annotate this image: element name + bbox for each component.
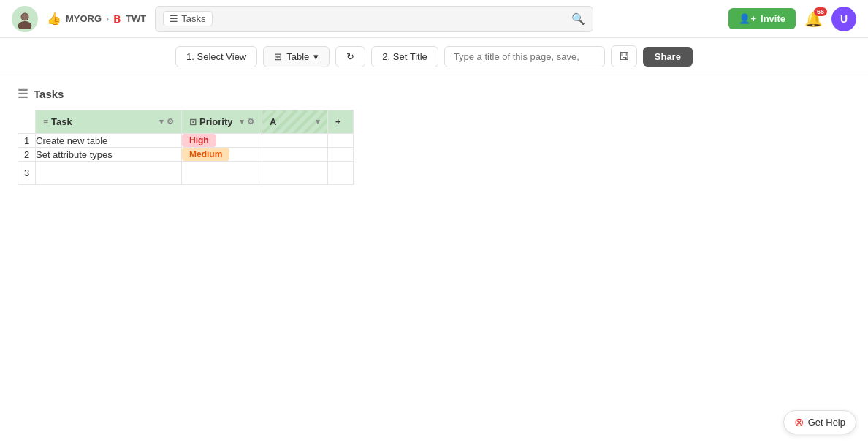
redo-icon: ↻ — [346, 51, 354, 62]
invite-icon: 👤+ — [739, 13, 756, 24]
data-table: ≡ Task ▾ ⚙ ⊡ Priority ▾ ⚙ — [18, 110, 354, 185]
search-table-icon: ☰ — [170, 13, 178, 24]
invite-label: Invite — [761, 13, 785, 24]
toolbar-title-group: 2. Set Title — [371, 46, 438, 67]
thumbs-up-icon: 👍 — [47, 12, 61, 26]
priority-cell-3[interactable] — [182, 162, 262, 185]
nav-right-actions: 👤+ Invite 🔔 66 U — [728, 7, 856, 31]
col-task-label: Task — [51, 116, 72, 127]
table-grid-icon: ⊞ — [274, 51, 282, 62]
priority-badge-2: Medium — [182, 148, 229, 161]
invite-button[interactable]: 👤+ Invite — [728, 8, 796, 29]
title-input[interactable] — [444, 46, 605, 67]
table-section-title: ☰ Tasks — [18, 87, 850, 101]
task-col-arrow: ▾ — [159, 117, 164, 126]
select-view-button[interactable]: 1. Select View — [175, 46, 257, 67]
row-number-3: 3 — [18, 162, 36, 185]
table-row: 3 — [18, 162, 354, 185]
toolbar-left-group: 1. Select View — [175, 46, 257, 67]
task-cell-3[interactable] — [36, 162, 182, 185]
task-col-settings-icon: ⚙ — [167, 117, 174, 126]
table-title-text: Tasks — [34, 88, 64, 100]
search-icon[interactable]: 🔍 — [571, 12, 585, 26]
save-button[interactable]: 🖫 — [611, 45, 637, 67]
breadcrumb-arrow: › — [106, 14, 109, 24]
set-title-label-button[interactable]: 2. Set Title — [371, 46, 438, 67]
table-row: 2 Set attribute types Medium — [18, 148, 354, 162]
a-col-arrow: ▾ — [316, 117, 320, 126]
a-cell-1[interactable] — [262, 134, 328, 148]
project-name[interactable]: TWT — [126, 13, 146, 24]
search-bar[interactable]: ☰ Tasks 🔍 — [155, 6, 593, 32]
table-dropdown-icon: ▾ — [313, 51, 319, 62]
top-nav: 👍 MYORG › 𝗕 TWT ☰ Tasks 🔍 👤+ Invite 🔔 66… — [0, 0, 868, 38]
search-input[interactable] — [218, 13, 566, 24]
org-name[interactable]: MYORG — [66, 13, 102, 24]
svg-point-2 — [21, 13, 28, 20]
extra-cell-1 — [328, 134, 354, 148]
project-icon: 𝗕 — [113, 13, 121, 25]
set-title-label: 2. Set Title — [382, 51, 427, 62]
list-icon: ☰ — [18, 87, 28, 101]
redo-button[interactable]: ↻ — [335, 46, 365, 67]
extra-cell-3 — [328, 162, 354, 185]
add-column-button[interactable]: + — [328, 110, 354, 134]
a-cell-3[interactable] — [262, 162, 328, 185]
task-col-icon: ≡ — [43, 117, 48, 127]
task-text-1: Create new table — [36, 135, 107, 146]
priority-cell-1[interactable]: High — [182, 134, 262, 148]
toolbar: 1. Select View ⊞ Table ▾ ↻ 2. Set Title … — [0, 38, 868, 75]
share-button[interactable]: Share — [643, 47, 693, 67]
col-header-a[interactable]: A ▾ — [262, 110, 328, 134]
get-help-button[interactable]: ⊗ Get Help — [783, 410, 856, 434]
table-view-button[interactable]: ⊞ Table ▾ — [263, 46, 330, 67]
save-icon: 🖫 — [619, 50, 629, 62]
table-row: 1 Create new table High — [18, 134, 354, 148]
a-cell-2[interactable] — [262, 148, 328, 162]
col-header-task[interactable]: ≡ Task ▾ ⚙ — [36, 110, 182, 134]
share-label: Share — [655, 51, 681, 62]
org-breadcrumb: 👍 MYORG › 𝗕 TWT — [47, 12, 146, 26]
task-cell-2[interactable]: Set attribute types — [36, 148, 182, 162]
user-avatar[interactable]: U — [831, 7, 856, 31]
extra-cell-2 — [328, 148, 354, 162]
col-a-label: A — [270, 116, 276, 127]
main-content: ☰ Tasks ≡ Task ▾ ⚙ ⊡ Priority — [0, 75, 868, 197]
col-priority-label: Priority — [199, 116, 233, 127]
table-label: Table — [286, 51, 309, 62]
search-badge-label: Tasks — [181, 13, 205, 24]
notification-button[interactable]: 🔔 66 — [804, 10, 823, 28]
get-help-label: Get Help — [808, 417, 845, 428]
priority-col-settings-icon: ⚙ — [247, 117, 254, 126]
row-number-1: 1 — [18, 134, 36, 148]
search-context-badge: ☰ Tasks — [163, 11, 212, 26]
priority-badge-1: High — [182, 134, 216, 147]
col-header-priority[interactable]: ⊡ Priority ▾ ⚙ — [182, 110, 262, 134]
row-number-2: 2 — [18, 148, 36, 162]
priority-col-icon: ⊡ — [189, 117, 197, 127]
notification-badge: 66 — [814, 7, 827, 16]
toolbar-table-group: ⊞ Table ▾ — [263, 46, 330, 67]
task-cell-1[interactable]: Create new table — [36, 134, 182, 148]
priority-cell-2[interactable]: Medium — [182, 148, 262, 162]
select-view-label: 1. Select View — [186, 51, 246, 62]
avatar[interactable] — [12, 6, 38, 32]
priority-col-arrow: ▾ — [240, 117, 244, 126]
task-text-2: Set attribute types — [36, 149, 113, 160]
help-icon: ⊗ — [794, 415, 804, 429]
